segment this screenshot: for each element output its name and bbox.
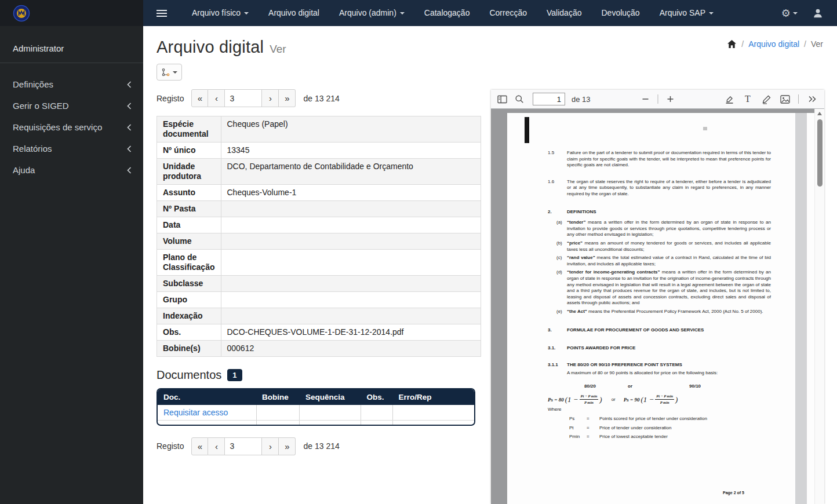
scrollbar-thumb[interactable] bbox=[817, 119, 823, 187]
tree-view-button[interactable] bbox=[157, 64, 182, 81]
field-label: Obs. bbox=[157, 324, 221, 341]
nav-devolucao[interactable]: Devolução bbox=[591, 0, 649, 26]
record-number-input[interactable] bbox=[225, 89, 262, 107]
next-record-button[interactable]: › bbox=[262, 437, 279, 455]
field-label: Subclasse bbox=[157, 276, 221, 292]
pdf-scrollbar[interactable] bbox=[814, 109, 824, 504]
cell-bobine bbox=[256, 405, 300, 421]
scroll-up-arrow-icon[interactable] bbox=[817, 112, 822, 115]
clause-number: 1.5 bbox=[548, 150, 567, 169]
bank-logo-icon[interactable] bbox=[13, 5, 30, 22]
zoom-out-icon[interactable] bbox=[638, 92, 653, 107]
breadcrumb-separator: / bbox=[741, 39, 744, 49]
home-icon[interactable] bbox=[727, 39, 737, 49]
documents-heading: Documentos 1 bbox=[157, 368, 491, 382]
first-record-button[interactable]: « bbox=[191, 89, 208, 107]
highlight-tool-icon[interactable] bbox=[722, 92, 737, 107]
sidebar-item-requisicoes[interactable]: Requisições de serviço bbox=[0, 116, 143, 138]
clause: 1.5 Failure on the part of a tenderer to… bbox=[548, 150, 771, 169]
logo-strip bbox=[0, 0, 143, 26]
nav-validacao[interactable]: Validação bbox=[537, 0, 591, 26]
next-record-button[interactable]: › bbox=[262, 89, 279, 107]
sidebar-item-label: Definições bbox=[13, 79, 53, 89]
clause: 1.6 The organ of state reserves the righ… bbox=[548, 179, 771, 198]
caret-down-icon bbox=[709, 12, 714, 14]
image-tool-icon[interactable] bbox=[777, 92, 792, 107]
chevron-left-icon bbox=[127, 167, 132, 174]
main-content: Arquivo digital Ver Registo « ‹ › » de 1… bbox=[143, 26, 491, 504]
field-label: Nº único bbox=[157, 143, 221, 159]
zoom-in-icon[interactable] bbox=[663, 92, 678, 107]
sidebar-item-ajuda[interactable]: Ajuda bbox=[0, 159, 143, 181]
more-tools-icon[interactable] bbox=[805, 92, 820, 107]
settings-menu[interactable]: ⚙ bbox=[781, 7, 798, 20]
definition-text: “tender” means a written offer in the fo… bbox=[567, 220, 771, 238]
sidebar-toggle-icon[interactable] bbox=[494, 92, 510, 107]
section-title: DEFINITIONS bbox=[567, 209, 596, 216]
pdf-document-text: 1.5 Failure on the part of a tenderer to… bbox=[548, 150, 771, 440]
pdf-page-input[interactable] bbox=[533, 93, 565, 105]
nav-catalogacao[interactable]: Catalogação bbox=[414, 0, 480, 26]
ratio-or: or bbox=[628, 384, 632, 390]
table-row: Indexação bbox=[157, 308, 481, 324]
definition-item: (a) “tender” means a written offer in th… bbox=[556, 220, 771, 238]
ratio-right: 90/10 bbox=[689, 384, 701, 390]
search-icon[interactable] bbox=[512, 92, 527, 107]
section-title: THE 80/20 OR 90/10 PREFERENCE POINT SYST… bbox=[567, 362, 682, 368]
section-heading: 3.1. POINTS AWARDED FOR PRICE bbox=[548, 345, 771, 352]
last-record-button[interactable]: » bbox=[279, 89, 296, 107]
text-tool-icon[interactable]: T bbox=[740, 92, 755, 107]
table-spacer-row bbox=[158, 421, 474, 425]
breadcrumb-current: Ver bbox=[811, 39, 823, 49]
table-row: Unidade produtoraDCO, Departamento de Co… bbox=[157, 159, 481, 185]
sidebar-item-gerir-siged[interactable]: Gerir o SIGED bbox=[0, 95, 143, 116]
sidebar-menu: Definições Gerir o SIGED Requisições de … bbox=[0, 63, 143, 181]
field-value: Cheques-Volume-1 bbox=[221, 185, 481, 201]
toolbar-divider bbox=[657, 94, 658, 104]
sidebar-item-relatorios[interactable]: Relatórios bbox=[0, 138, 143, 159]
pdf-toolbar: de 13 T bbox=[491, 90, 824, 109]
sidebar-item-definicoes[interactable]: Definições bbox=[0, 74, 143, 95]
pdf-zoom-controls bbox=[638, 92, 678, 107]
previous-record-button[interactable]: ‹ bbox=[208, 437, 225, 455]
field-value bbox=[221, 276, 481, 292]
nav-label: Arquivo digital bbox=[268, 0, 319, 26]
nav-arquivo-digital[interactable]: Arquivo digital bbox=[259, 0, 329, 26]
chevron-left-icon bbox=[127, 81, 132, 88]
breadcrumb-separator: / bbox=[804, 39, 806, 49]
draw-tool-icon[interactable] bbox=[759, 92, 774, 107]
first-record-button[interactable]: « bbox=[191, 437, 208, 455]
field-label: Assunto bbox=[157, 185, 221, 201]
nav-correccao[interactable]: Correcção bbox=[479, 0, 537, 26]
definition-term: “tender” bbox=[567, 220, 585, 225]
hamburger-menu-icon[interactable] bbox=[157, 8, 167, 19]
definition-term: “the Act” bbox=[567, 309, 587, 314]
nav-arquivo-sap[interactable]: Arquivo SAP bbox=[650, 0, 723, 26]
user-icon[interactable] bbox=[813, 8, 823, 19]
previous-record-button[interactable]: ‹ bbox=[208, 89, 225, 107]
record-number-input[interactable] bbox=[225, 437, 262, 455]
field-value bbox=[221, 217, 481, 233]
pdf-content-area[interactable]: 1.5 Failure on the part of a tenderer to… bbox=[491, 109, 824, 504]
section-number: 3.1. bbox=[548, 345, 567, 352]
nav-label: Arquivo SAP bbox=[660, 0, 705, 26]
formula-open: (1 − bbox=[565, 397, 578, 403]
definition-text: “rand value” means the total estimated v… bbox=[567, 255, 771, 267]
definition-term: “tender for income-generating contracts” bbox=[567, 269, 660, 275]
request-access-link[interactable]: Requisitar acesso bbox=[163, 408, 228, 417]
where-row: Ps = Points scored for price of tender u… bbox=[569, 416, 771, 422]
chevron-left-icon bbox=[127, 145, 132, 152]
last-record-button[interactable]: » bbox=[279, 437, 296, 455]
scan-artifact bbox=[795, 113, 807, 504]
nav-arquivo-fisico[interactable]: Arquivo físico bbox=[182, 0, 259, 26]
ratio-labels: 80/20 or 90/10 bbox=[548, 384, 771, 390]
field-label: Grupo bbox=[157, 292, 221, 308]
definition-tag: (d) bbox=[556, 269, 567, 306]
breadcrumb-link-arquivo-digital[interactable]: Arquivo digital bbox=[748, 39, 799, 49]
definition-term: “rand value” bbox=[567, 255, 595, 260]
field-value bbox=[221, 292, 481, 308]
nav-arquivo-admin[interactable]: Arquivo (admin) bbox=[329, 0, 414, 26]
caret-down-icon bbox=[173, 71, 177, 74]
definition-tag: (a) bbox=[556, 220, 567, 238]
denominator: P min bbox=[660, 400, 669, 405]
